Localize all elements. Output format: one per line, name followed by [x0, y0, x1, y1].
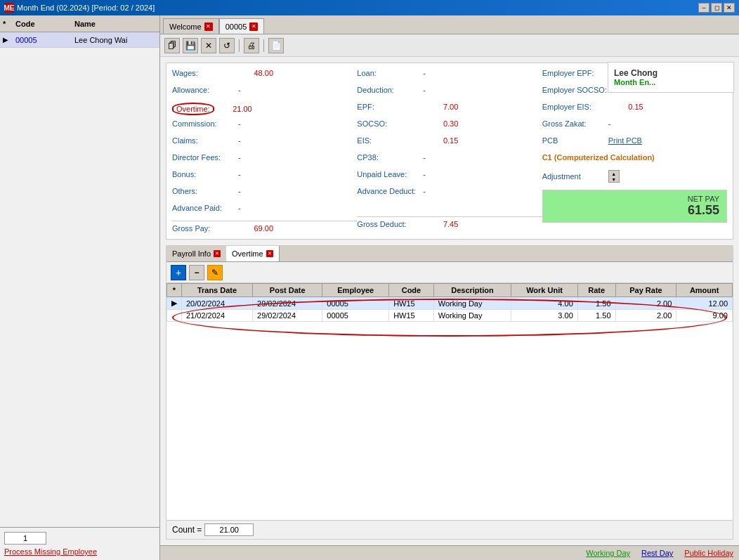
overtime-row: Overtime: 21.00 — [172, 103, 357, 115]
gross-pay-value: 69.00 — [238, 224, 273, 233]
save-button[interactable]: 💾 — [183, 38, 198, 53]
adjustment-spinner[interactable]: ▲ ▼ — [608, 170, 620, 183]
bottom-tab-bar: Payroll Info ✕ Overtime ✕ — [166, 246, 733, 262]
th-star: * — [167, 284, 182, 297]
th-pay-rate: Pay Rate — [615, 284, 676, 297]
edit-button[interactable]: ✎ — [207, 265, 223, 280]
cell-arrow: ▶ — [167, 297, 182, 310]
cell-work-unit: 4.00 — [511, 297, 577, 310]
close-button[interactable]: ✕ — [724, 3, 735, 13]
commission-value: - — [238, 119, 241, 128]
allowance-value: - — [238, 86, 241, 94]
export-button[interactable]: 📄 — [268, 38, 284, 53]
tab-payroll-info-label: Payroll Info — [172, 249, 211, 258]
overtime-table: * Trans Date Post Date Employee Code Des… — [166, 283, 733, 322]
tab-employee[interactable]: 00005 ✕ — [219, 18, 265, 34]
cp38-value: - — [423, 153, 426, 162]
restore-button[interactable]: ◻ — [711, 3, 722, 13]
employer-eis-label: Employer EIS: — [542, 103, 606, 111]
adjustment-row: Adjustment ▲ ▼ — [542, 170, 727, 183]
count-label: Count = — [172, 525, 202, 535]
table-row[interactable]: ▶ 20/02/2024 29/02/2024 00005 HW15 Worki… — [167, 297, 733, 310]
gross-pay-row: Gross Pay: 69.00 — [172, 221, 357, 233]
gross-deduct-value: 7.45 — [423, 220, 458, 228]
director-fees-value: - — [238, 153, 241, 162]
tab-overtime-close[interactable]: ✕ — [266, 250, 273, 257]
director-fees-row: Director Fees: - — [172, 153, 357, 166]
info-panel: Lee Chong Month En... — [608, 62, 734, 93]
claims-label: Claims: — [172, 136, 235, 145]
print-pcb-link[interactable]: Print PCB — [608, 136, 642, 145]
advance-paid-label: Advance Paid: — [172, 204, 235, 212]
header-star: * — [3, 20, 13, 28]
socso-label: SOCSO: — [357, 119, 420, 128]
wages-value: 48.00 — [238, 69, 273, 77]
overtime-value: 21.00 — [217, 105, 252, 113]
row-arrow: ▶ — [3, 36, 13, 44]
status-public-holiday[interactable]: Public Holiday — [684, 549, 733, 557]
gross-deduct-row: Gross Deduct: 7.45 — [357, 216, 542, 229]
advance-deduct-value: - — [423, 187, 426, 195]
th-rate: Rate — [577, 284, 615, 297]
gross-pay-label: Gross Pay: — [172, 224, 235, 233]
cancel-button[interactable]: ✕ — [201, 38, 216, 53]
employer-eis-row: Employer EIS: 0.15 — [542, 103, 727, 115]
process-missing-link[interactable]: Process Missing Employee — [4, 547, 155, 556]
gross-zakat-value: - — [608, 119, 611, 128]
tab-overtime[interactable]: Overtime ✕ — [226, 246, 280, 261]
info-period: Month En... — [614, 78, 728, 86]
toolbar-sep2 — [263, 39, 264, 52]
count-section: Count = 21.00 — [172, 523, 254, 536]
table-row[interactable]: 21/02/2024 29/02/2024 00005 HW15 Working… — [167, 310, 733, 322]
socso-row: SOCSO: 0.30 — [357, 119, 542, 132]
commission-row: Commission: - — [172, 119, 357, 132]
cell-work-unit: 3.00 — [511, 310, 577, 322]
gross-zakat-label: Gross Zakat: — [542, 119, 606, 128]
loan-value: - — [423, 69, 426, 77]
advance-deduct-row: Advance Deduct: - — [357, 187, 542, 200]
bottom-footer: Count = 21.00 — [166, 520, 733, 539]
employee-row[interactable]: ▶ 00005 Lee Chong Wai — [0, 32, 159, 48]
copy-button[interactable]: 🗍 — [164, 38, 180, 53]
tab-employee-close[interactable]: ✕ — [249, 22, 258, 31]
others-label: Others: — [172, 187, 235, 195]
tab-welcome[interactable]: Welcome ✕ — [163, 18, 219, 34]
employer-eis-value: 0.15 — [608, 103, 643, 111]
spinner-down[interactable]: ▼ — [609, 176, 619, 182]
cell-code: HW15 — [389, 297, 434, 310]
page-number-input[interactable] — [4, 532, 46, 545]
overtime-label: Overtime: — [172, 103, 214, 115]
deduction-label: Deduction: — [357, 86, 420, 94]
app-icon: ME — [4, 3, 14, 13]
minimize-button[interactable]: – — [698, 3, 709, 13]
tab-welcome-close[interactable]: ✕ — [204, 22, 213, 31]
cell-pay-rate: 2.00 — [615, 310, 676, 322]
tab-payroll-info-close[interactable]: ✕ — [214, 250, 221, 257]
spinner-up[interactable]: ▲ — [609, 171, 619, 176]
gross-deduct-label: Gross Deduct: — [357, 220, 420, 228]
cell-trans-date: 20/02/2024 — [182, 297, 253, 310]
remove-button[interactable]: − — [189, 265, 204, 280]
epf-value: 7.00 — [423, 103, 458, 111]
summary-area: Wages: 48.00 Allowance: - Overtime: 21.0… — [166, 63, 733, 240]
tab-payroll-info[interactable]: Payroll Info ✕ — [166, 246, 226, 261]
count-value: 21.00 — [204, 523, 254, 536]
undo-button[interactable]: ↺ — [219, 38, 235, 53]
cell-post-date: 29/02/2024 — [253, 310, 322, 322]
left-panel: * Code Name ▶ 00005 Lee Chong Wai Proces… — [0, 15, 160, 560]
cell-description: Working Day — [433, 297, 511, 310]
add-button[interactable]: + — [171, 265, 186, 280]
th-employee: Employee — [322, 284, 389, 297]
status-working-day[interactable]: Working Day — [586, 549, 630, 557]
status-rest-day[interactable]: Rest Day — [641, 549, 673, 557]
main-toolbar: 🗍 💾 ✕ ↺ 🖨 📄 — [160, 34, 739, 57]
tab-employee-label: 00005 — [225, 22, 247, 31]
c1-row: C1 (Computerized Calculation) — [542, 153, 727, 166]
left-panel-header: * Code Name — [0, 15, 159, 32]
commission-label: Commission: — [172, 119, 235, 128]
deduction-row: Deduction: - — [357, 86, 542, 98]
print-button[interactable]: 🖨 — [244, 38, 259, 53]
tab-overtime-label: Overtime — [232, 249, 263, 258]
header-name: Name — [74, 20, 157, 28]
c1-label: C1 (Computerized Calculation) — [542, 153, 655, 162]
